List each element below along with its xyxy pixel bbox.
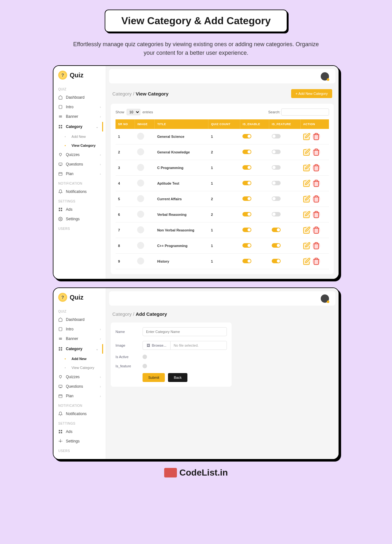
enable-toggle[interactable] [242, 196, 251, 201]
sidebar-sub-add-new[interactable]: Add New [53, 132, 106, 141]
enable-toggle[interactable] [242, 259, 251, 263]
enable-toggle[interactable] [242, 181, 251, 185]
sidebar-item-category[interactable]: Category⌄ [53, 122, 103, 131]
col-image[interactable]: IMAGE [135, 119, 154, 129]
sidebar-item-dashboard[interactable]: Dashboard [53, 315, 106, 324]
cell-sr: 6 [116, 207, 135, 223]
sidebar-item-ads[interactable]: Ads [53, 205, 106, 214]
sidebar-item-plan[interactable]: Plan› [53, 169, 106, 179]
cell-image [135, 176, 154, 191]
table-row: 8 C++ Programming 1 [116, 238, 329, 254]
delete-button[interactable] [312, 258, 320, 265]
name-input[interactable] [143, 327, 227, 336]
section-quiz: QUIZ [53, 84, 106, 93]
col-title[interactable]: TITLE [155, 119, 208, 129]
edit-button[interactable] [303, 242, 311, 250]
browse-button[interactable]: 🖼Browse... [143, 341, 171, 350]
cell-feature [269, 223, 300, 238]
cell-title: History [155, 254, 208, 269]
delete-button[interactable] [312, 133, 320, 140]
edit-button[interactable] [303, 133, 311, 140]
is-active-toggle[interactable] [143, 355, 147, 359]
delete-button[interactable] [312, 242, 320, 250]
submit-button[interactable]: Submit [143, 373, 165, 382]
add-new-category-button[interactable]: + Add New Category [291, 89, 332, 98]
col-action[interactable]: ACTION [300, 119, 329, 129]
table-row: 4 Aptitude Test 1 [116, 176, 329, 191]
feature-toggle[interactable] [272, 165, 281, 170]
delete-button[interactable] [312, 195, 320, 203]
avatar[interactable] [321, 294, 329, 303]
sidebar-item-quizzes[interactable]: Quizzes› [53, 150, 106, 159]
entries-select[interactable]: 10 [127, 109, 140, 115]
edit-button[interactable] [303, 211, 311, 218]
avatar[interactable] [321, 72, 329, 81]
sidebar-item-ads[interactable]: Ads [53, 427, 106, 436]
sidebar-item-quizzes[interactable]: Quizzes› [53, 372, 106, 382]
is-feature-toggle[interactable] [143, 364, 147, 368]
sidebar-item-banner[interactable]: Banner› [53, 112, 106, 121]
enable-toggle[interactable] [242, 150, 251, 154]
back-button[interactable]: Back [168, 373, 187, 382]
sidebar-sub-view-category[interactable]: View Category [53, 363, 106, 372]
main-area: Category / View Category + Add New Categ… [106, 66, 339, 279]
delete-button[interactable] [312, 164, 320, 172]
sidebar-item-category[interactable]: Category⌄ [53, 344, 103, 354]
feature-toggle[interactable] [272, 134, 281, 138]
enable-toggle[interactable] [242, 228, 251, 232]
edit-button[interactable] [303, 148, 311, 156]
enable-toggle[interactable] [242, 212, 251, 216]
sidebar-sub-add-new[interactable]: Add New [53, 354, 106, 363]
footer-logo: CodeList.in [10, 468, 382, 478]
col-enable[interactable]: IS_ENABLE [240, 119, 269, 129]
category-icon [137, 180, 144, 187]
svg-rect-14 [59, 210, 60, 211]
sidebar-item-dashboard[interactable]: Dashboard [53, 93, 106, 102]
search-input[interactable] [281, 109, 329, 116]
sidebar-label: Notifications [66, 189, 87, 194]
col-feature[interactable]: IS_FEATURE [269, 119, 300, 129]
edit-button[interactable] [303, 195, 311, 203]
sidebar-item-plan[interactable]: Plan› [53, 391, 106, 401]
page-title-box: View Category & Add Category [105, 10, 287, 32]
edit-button[interactable] [303, 258, 311, 265]
feature-toggle[interactable] [272, 243, 281, 248]
delete-button[interactable] [312, 148, 320, 156]
delete-button[interactable] [312, 226, 320, 234]
edit-button[interactable] [303, 226, 311, 234]
category-icon [137, 164, 144, 171]
sidebar-item-banner[interactable]: Banner› [53, 334, 106, 343]
delete-button[interactable] [312, 211, 320, 218]
sidebar-item-notifications[interactable]: Notifications [53, 187, 106, 196]
table-row: 9 History 1 [116, 254, 329, 269]
enable-toggle[interactable] [242, 134, 251, 138]
sidebar-item-settings[interactable]: Settings [53, 436, 106, 446]
feature-toggle[interactable] [272, 259, 281, 263]
edit-button[interactable] [303, 180, 311, 187]
sidebar-item-intro[interactable]: Intro› [53, 324, 106, 334]
sidebar-item-settings[interactable]: Settings [53, 214, 106, 224]
enable-toggle[interactable] [242, 165, 251, 170]
bulb-icon [58, 293, 67, 302]
feature-toggle[interactable] [272, 228, 281, 232]
sidebar-item-questions[interactable]: Questions› [53, 382, 106, 391]
sidebar-label: Plan [66, 172, 74, 176]
sidebar-sub-view-category[interactable]: View Category [53, 141, 106, 150]
edit-button[interactable] [303, 164, 311, 172]
breadcrumb-parent: Category [112, 91, 132, 96]
sidebar-item-notifications[interactable]: Notifications [53, 409, 106, 419]
enable-toggle[interactable] [242, 243, 251, 248]
col-count[interactable]: QUIZ COUNT [208, 119, 240, 129]
feature-toggle[interactable] [272, 212, 281, 216]
svg-rect-30 [61, 430, 62, 431]
feature-toggle[interactable] [272, 181, 281, 185]
col-sr[interactable]: SR NO [116, 119, 135, 129]
search-label: Search: [268, 110, 280, 114]
feature-toggle[interactable] [272, 196, 281, 201]
delete-button[interactable] [312, 180, 320, 187]
sidebar-item-questions[interactable]: Questions› [53, 159, 106, 169]
sidebar-item-intro[interactable]: Intro› [53, 102, 106, 112]
category-icon [137, 258, 144, 265]
feature-toggle[interactable] [272, 150, 281, 154]
cell-sr: 4 [116, 176, 135, 191]
